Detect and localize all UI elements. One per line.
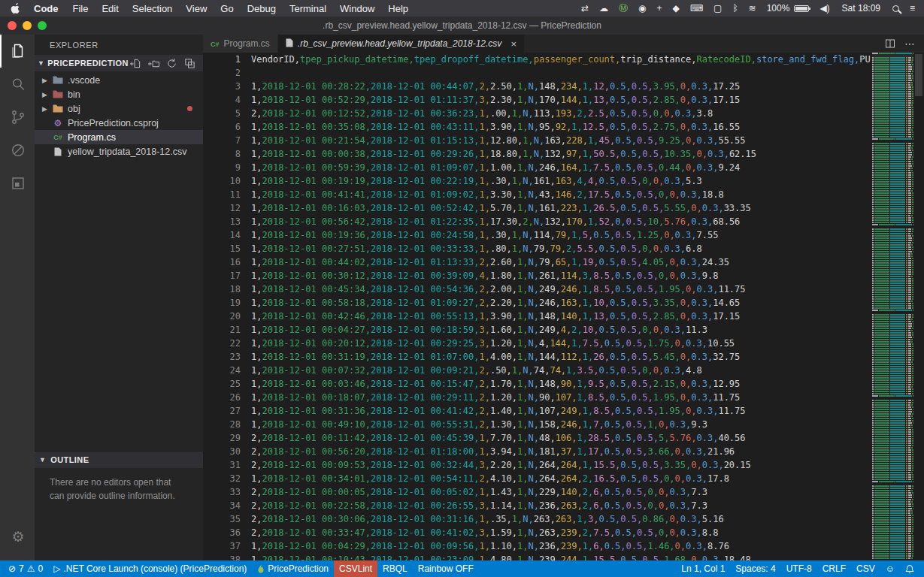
activity-settings[interactable]: ⚙ (0, 520, 35, 553)
csvlint-button[interactable]: CSVLint (334, 560, 377, 577)
activity-source-control[interactable] (0, 101, 35, 134)
split-editor-icon[interactable] (885, 38, 895, 49)
code-line[interactable]: 381,2018-12-01 00:10:43,2018-12-01 00:23… (203, 553, 872, 560)
minimize-button[interactable] (23, 21, 32, 30)
apple-menu[interactable] (9, 3, 26, 14)
code-line[interactable]: 312,2018-12-01 00:09:53,2018-12-01 00:32… (203, 458, 872, 472)
line-number[interactable]: 2 (203, 66, 241, 80)
line-number[interactable]: 28 (203, 418, 241, 431)
screen-record-icon[interactable]: ◉ (638, 3, 646, 14)
line-number[interactable]: 29 (203, 431, 241, 445)
menu-item-terminal[interactable]: Terminal (283, 3, 333, 14)
display-icon[interactable]: ▢ (713, 3, 722, 14)
line-number[interactable]: 3 (203, 80, 241, 93)
line-number[interactable]: 19 (203, 296, 241, 310)
editor-lines[interactable]: 1VendorID,tpep_pickup_datetime,tpep_drop… (203, 53, 872, 560)
battery-indicator[interactable]: 100% (767, 3, 810, 14)
code-line[interactable]: 302,2018-12-01 00:56:20,2018-12-01 01:18… (203, 445, 872, 458)
activity-search[interactable] (0, 68, 35, 101)
code-line[interactable]: 181,2018-12-01 00:45:34,2018-12-01 00:54… (203, 282, 872, 296)
activity-extensions[interactable] (0, 167, 35, 200)
collapse-folders-icon[interactable] (184, 58, 195, 69)
line-number[interactable]: 16 (203, 255, 241, 269)
code-line[interactable]: 211,2018-12-01 00:04:27,2018-12-01 00:18… (203, 323, 872, 337)
zoom-button[interactable] (38, 21, 47, 30)
tree-item-obj[interactable]: ▶obj (35, 101, 203, 116)
line-number[interactable]: 12 (203, 201, 241, 215)
line-number[interactable]: 20 (203, 310, 241, 323)
scrollbar-thumb[interactable] (915, 54, 922, 96)
line-number[interactable]: 15 (203, 242, 241, 255)
meeting-app-icon[interactable]: Ⓜ (619, 2, 628, 15)
notification-center-icon[interactable]: ≡ (910, 3, 915, 14)
wifi-icon[interactable]: ≋ (749, 3, 756, 14)
activity-debug[interactable] (0, 134, 35, 167)
line-number[interactable]: 26 (203, 391, 241, 404)
menu-item-help[interactable]: Help (381, 3, 415, 14)
code-line[interactable]: 342,2018-12-01 00:22:58,2018-12-01 00:26… (203, 499, 872, 512)
outline-header[interactable]: ▼ OUTLINE (35, 452, 203, 468)
code-line[interactable]: 261,2018-12-01 00:18:07,2018-12-01 00:29… (203, 391, 872, 404)
line-number[interactable]: 6 (203, 120, 241, 134)
code-line[interactable]: 191,2018-12-01 00:58:18,2018-12-01 01:09… (203, 296, 872, 310)
line-number[interactable]: 35 (203, 512, 241, 526)
tree-item-program-cs[interactable]: C#Program.cs (35, 130, 203, 144)
line-number[interactable]: 9 (203, 161, 241, 174)
code-line[interactable]: 101,2018-12-01 00:19:19,2018-12-01 00:22… (203, 174, 872, 188)
line-number[interactable]: 23 (203, 350, 241, 364)
rbql-button[interactable]: RBQL (377, 560, 413, 577)
menu-item-go[interactable]: Go (214, 3, 240, 14)
code-line[interactable]: 151,2018-12-01 00:27:51,2018-12-01 00:33… (203, 242, 872, 255)
app-menu-code[interactable]: Code (26, 3, 66, 14)
vertical-scrollbar[interactable] (913, 53, 924, 560)
line-number[interactable]: 30 (203, 445, 241, 458)
code-line[interactable]: 271,2018-12-01 00:31:36,2018-12-01 00:41… (203, 404, 872, 418)
code-line[interactable]: 371,2018-12-01 00:04:29,2018-12-01 00:09… (203, 539, 872, 553)
code-line[interactable]: 321,2018-12-01 00:34:01,2018-12-01 00:54… (203, 472, 872, 485)
minimap[interactable] (872, 53, 913, 560)
code-line[interactable]: 1VendorID,tpep_pickup_datetime,tpep_drop… (203, 53, 872, 66)
code-line[interactable]: 131,2018-12-01 00:56:42,2018-12-01 01:22… (203, 215, 872, 228)
code-line[interactable]: 352,2018-12-01 00:30:06,2018-12-01 00:31… (203, 512, 872, 526)
volume-icon[interactable]: ◀) (819, 3, 829, 14)
line-number[interactable]: 38 (203, 553, 241, 560)
line-number[interactable]: 18 (203, 282, 241, 296)
language-mode-indicator[interactable]: CSV (851, 560, 880, 577)
code-line[interactable]: 221,2018-12-01 00:20:12,2018-12-01 00:29… (203, 337, 872, 350)
indentation-indicator[interactable]: Spaces: 4 (730, 560, 780, 577)
line-number[interactable]: 24 (203, 364, 241, 377)
line-number[interactable]: 11 (203, 188, 241, 201)
line-number[interactable]: 37 (203, 539, 241, 553)
line-number[interactable]: 36 (203, 526, 241, 539)
more-actions-icon[interactable]: ⋯ (904, 38, 915, 50)
code-line[interactable]: 2 (203, 66, 872, 80)
code-line[interactable]: 201,2018-12-01 00:42:46,2018-12-01 00:55… (203, 310, 872, 323)
menu-item-debug[interactable]: Debug (241, 3, 283, 14)
tab-rb-csv-preview-head-yellow-tripdata-2018-12-csv[interactable]: .rb_csv_preview.head.yellow_tripdata_201… (278, 35, 525, 53)
new-file-icon[interactable] (130, 58, 141, 69)
menu-item-selection[interactable]: Selection (126, 3, 179, 14)
cursor-position[interactable]: Ln 1, Col 1 (676, 560, 730, 577)
code-line[interactable]: 332,2018-12-01 00:00:05,2018-12-01 00:05… (203, 485, 872, 499)
line-number[interactable]: 33 (203, 485, 241, 499)
code-line[interactable]: 241,2018-12-01 00:07:32,2018-12-01 00:09… (203, 364, 872, 377)
close-tab-icon[interactable]: × (510, 38, 517, 50)
line-number[interactable]: 4 (203, 93, 241, 107)
menu-item-edit[interactable]: Edit (95, 3, 125, 14)
tree-item-yellow-tripdata-2018-12-csv[interactable]: yellow_tripdata_2018-12.csv (35, 144, 203, 159)
code-line[interactable]: 171,2018-12-01 00:30:12,2018-12-01 00:39… (203, 269, 872, 282)
omnisharp-project-button[interactable]: PricePrediction (252, 560, 334, 577)
code-line[interactable]: 292,2018-12-01 00:11:42,2018-12-01 00:45… (203, 431, 872, 445)
code-line[interactable]: 281,2018-12-01 00:49:10,2018-12-01 00:55… (203, 418, 872, 431)
problems-indicator[interactable]: ⊘ 7 ⚠ 0 (3, 560, 48, 577)
line-number[interactable]: 7 (203, 134, 241, 147)
tree-item-vscode[interactable]: ▶.vscode (35, 73, 203, 87)
code-line[interactable]: 81,2018-12-01 00:00:38,2018-12-01 00:29:… (203, 147, 872, 161)
encoding-indicator[interactable]: UTF-8 (781, 560, 817, 577)
line-number[interactable]: 10 (203, 174, 241, 188)
debug-launch-button[interactable]: ▷ .NET Core Launch (console) (PricePredi… (48, 560, 252, 577)
code-line[interactable]: 121,2018-12-01 00:16:03,2018-12-01 00:52… (203, 201, 872, 215)
notifications-button[interactable] (900, 560, 919, 577)
line-number[interactable]: 32 (203, 472, 241, 485)
code-line[interactable]: 31,2018-12-01 00:28:22,2018-12-01 00:44:… (203, 80, 872, 93)
